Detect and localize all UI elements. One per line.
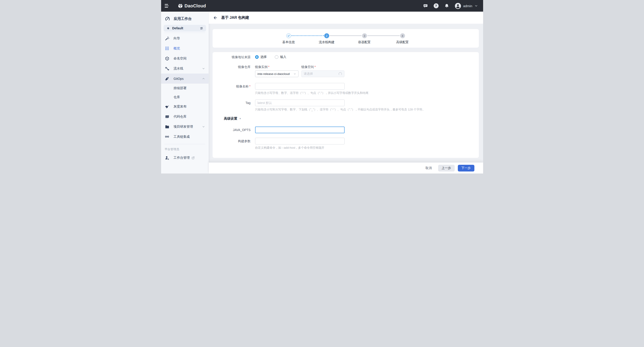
next-step-button[interactable]: 下一步	[458, 165, 474, 171]
cancel-button[interactable]: 取消	[425, 165, 433, 171]
namespace-cube-icon	[165, 56, 170, 61]
image-name-input[interactable]	[255, 83, 344, 90]
step-3-circle: 3	[362, 33, 367, 38]
chevron-down-icon	[202, 125, 205, 128]
sidebar-app-workbench[interactable]: 应用工作台	[161, 12, 208, 23]
required-asterisk: *	[249, 84, 250, 88]
sidebar: 应用工作台 Default 向导	[161, 12, 209, 173]
registry-instance-select[interactable]: inte-release-ci-daocloud	[255, 70, 298, 77]
code-repository-icon: </>	[165, 114, 170, 119]
svg-text:</>: </>	[166, 116, 168, 117]
radio-unselected-icon	[275, 55, 278, 59]
step-connector-done	[292, 35, 324, 36]
registry-space-label: 镜像空间*	[302, 65, 344, 69]
pipeline-build-form: 镜像地址来源 选择 输入	[212, 52, 479, 158]
sidebar-item-workbench-mgmt[interactable]: 工作台管理	[161, 153, 208, 163]
sidebar-item-label: 命名空间	[174, 56, 186, 61]
back-arrow-icon[interactable]	[213, 15, 218, 20]
sidebar-section-divider	[164, 144, 205, 144]
radio-label: 输入	[280, 55, 286, 59]
step-4-label: 高级配置	[396, 40, 409, 44]
registry-space-field: 镜像空间* 请选择	[302, 65, 344, 77]
sidebar-item-overview[interactable]: 概览	[161, 43, 208, 53]
step-3-label: 容器配置	[358, 40, 371, 44]
step-2-circle: 2	[324, 33, 329, 38]
chevron-down-icon	[294, 73, 296, 75]
folder-icon	[165, 125, 170, 129]
sidebar-item-label: 项目研发管理	[174, 125, 193, 129]
page-title-bar: 基于 JAR 包构建	[209, 12, 483, 24]
previous-step-button[interactable]: 上一步	[438, 165, 455, 171]
sidebar-item-repositories[interactable]: 仓库	[161, 93, 208, 101]
required-asterisk: *	[314, 65, 316, 69]
wizard-footer-bar: 取消 上一步 下一步	[209, 163, 483, 173]
message-icon[interactable]	[423, 3, 428, 8]
sidebar-item-label: 工作台管理	[174, 156, 190, 160]
step-2-label: 流水线构建	[319, 40, 334, 44]
sidebar-item-label: 工具链集成	[174, 135, 190, 139]
pipeline-icon	[165, 66, 170, 71]
java-opts-input[interactable]	[255, 127, 344, 133]
chevron-down-icon	[474, 4, 478, 7]
required-asterisk: *	[268, 65, 270, 69]
sidebar-item-namespaces[interactable]: 命名空间	[161, 53, 208, 63]
sidebar-item-pipelines[interactable]: 流水线	[161, 63, 208, 73]
workspace-selector[interactable]: Default	[164, 25, 206, 31]
page-title: 基于 JAR 包构建	[221, 15, 249, 20]
select-value: inte-release-ci-daocloud	[258, 72, 290, 76]
image-registry-row: 镜像仓库 镜像实例* inte-release-ci-daocloud 镜像空	[212, 65, 479, 77]
sidebar-item-wizard[interactable]: 向导	[161, 33, 208, 43]
build-args-input[interactable]	[255, 138, 344, 144]
tag-row: Tag 只能包含小写和大写字母、数字、下划线（"_"）、连字符（"-"）、句点（…	[212, 99, 479, 111]
sidebar-nav: 向导 概览 命名空间	[161, 33, 208, 142]
bird-icon	[165, 104, 170, 109]
select-placeholder: 请选择	[304, 72, 313, 76]
workspace-switch-icon[interactable]	[200, 26, 204, 30]
sidebar-item-toolchain[interactable]: 工具链集成	[161, 132, 208, 142]
sidebar-item-label: 灰度发布	[174, 104, 186, 109]
image-name-label: 镜像名称*	[212, 83, 255, 95]
image-source-row: 镜像地址来源 选择 输入	[212, 55, 479, 59]
advanced-settings-toggle[interactable]: 高级设置 ▼	[224, 116, 479, 121]
registry-instance-label: 镜像实例*	[255, 65, 298, 69]
rocket-icon	[165, 76, 170, 81]
java-opts-label: JAVA_OPTS	[212, 127, 255, 133]
radio-label: 选择	[260, 55, 267, 59]
top-bar: DaoCloud ? admin	[161, 0, 483, 12]
notification-bell-icon[interactable]	[444, 3, 449, 8]
user-menu[interactable]: admin	[455, 3, 478, 9]
chevron-up-icon	[202, 77, 205, 80]
sidebar-item-gray-release[interactable]: 灰度发布	[161, 101, 208, 112]
sidebar-item-label: 持续部署	[174, 86, 186, 90]
step-1-label: 基本信息	[282, 40, 295, 44]
avatar	[455, 3, 461, 9]
loading-spinner-icon	[338, 72, 342, 76]
help-icon[interactable]: ?	[434, 3, 438, 8]
build-args-label: 构建参数	[212, 138, 255, 149]
sidebar-item-label: 代码仓库	[174, 114, 186, 119]
hamburger-menu-icon[interactable]	[165, 4, 170, 7]
brand-logo[interactable]: DaoCloud	[178, 3, 206, 8]
sidebar-item-label: 概览	[174, 46, 180, 50]
sidebar-item-gitops[interactable]: GitOps	[161, 73, 208, 84]
workspace-icon	[166, 26, 170, 30]
radio-option-select[interactable]: 选择	[255, 55, 267, 59]
image-name-helper: 只能包含小写字母、数字、连字符（"-"）、句点（"."），并以小写字母或数字开头…	[255, 91, 368, 95]
registry-group-label: 镜像仓库	[212, 65, 255, 77]
workspace-name: Default	[172, 26, 197, 30]
registry-space-select[interactable]: 请选择	[302, 70, 344, 77]
image-source-label: 镜像地址来源	[212, 55, 255, 59]
sidebar-item-project-mgmt[interactable]: 项目研发管理	[161, 122, 208, 132]
registry-instance-field: 镜像实例* inte-release-ci-daocloud	[255, 65, 298, 77]
chevron-down-icon	[202, 67, 205, 70]
sidebar-item-code-repo[interactable]: </> 代码仓库	[161, 112, 208, 122]
radio-option-input[interactable]: 输入	[275, 55, 286, 59]
build-args-helper: 自定义构建命令，如 --add-host，多个命令用空格隔开	[255, 146, 344, 149]
check-icon	[287, 34, 290, 37]
tag-label: Tag	[212, 99, 255, 111]
stepper: 2 3 4 基本信息 流水线构建 容器配置 高级配置	[212, 29, 479, 48]
step-connector	[330, 35, 362, 36]
sidebar-item-continuous-deploy[interactable]: 持续部署	[161, 84, 208, 93]
radio-selected-icon	[255, 55, 259, 59]
tag-input[interactable]	[255, 99, 344, 106]
